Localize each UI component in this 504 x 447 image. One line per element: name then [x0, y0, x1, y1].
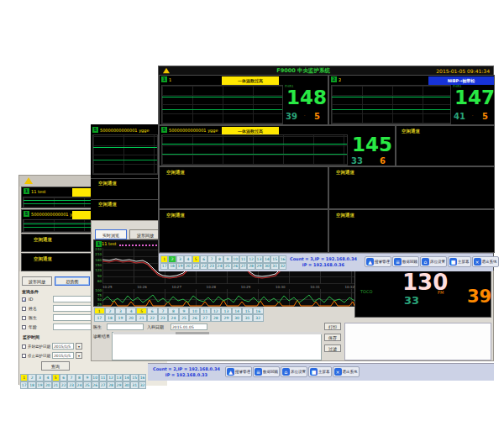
bed-cell-4[interactable]: 4 [44, 374, 51, 381]
bed-cell-13[interactable]: 13 [255, 255, 263, 263]
start-date-input[interactable]: 2015/1/5 [52, 343, 74, 350]
bed-cell-15[interactable]: 15 [270, 255, 278, 263]
age-checkbox[interactable] [22, 325, 26, 329]
bed-cell-7[interactable]: 7 [67, 374, 75, 381]
bed-cell-2[interactable]: 2 [105, 308, 116, 314]
monitor-cell-bed5[interactable]: 5 50000000000001 ygge 一体温数过高 145 33 6 [159, 125, 396, 166]
tab-0[interactable]: 实时浏览 [95, 229, 127, 239]
name-checkbox[interactable] [22, 307, 26, 311]
statusbar-button-0[interactable]: ▲报警管理 [225, 366, 252, 377]
bed-cell-14[interactable]: 14 [123, 374, 130, 381]
bed-cell-29[interactable]: 29 [221, 314, 232, 321]
bed-cell-31[interactable]: 31 [130, 381, 138, 389]
bed-cell-32[interactable]: 32 [253, 314, 264, 321]
bed-cell-6[interactable]: 6 [200, 255, 207, 263]
statusbar-button-4[interactable]: ×退出系统 [472, 256, 499, 267]
bed-cell-27[interactable]: 27 [239, 263, 247, 271]
bed-cell-22[interactable]: 22 [147, 314, 158, 321]
bed-cell-6[interactable]: 6 [147, 308, 158, 314]
bed-cell-21[interactable]: 21 [192, 263, 200, 271]
bed-cell-24[interactable]: 24 [76, 381, 83, 389]
bed-cell-25[interactable]: 25 [223, 263, 231, 271]
bed-cell-32[interactable]: 32 [279, 263, 286, 271]
bed-cell-18[interactable]: 18 [105, 314, 116, 321]
bed-cell-23[interactable]: 23 [207, 263, 215, 271]
bed-cell-17[interactable]: 17 [20, 381, 28, 389]
tab-waveform-playback[interactable]: 波形回放 [22, 276, 52, 286]
save-button[interactable]: 保存 [324, 334, 341, 341]
tab-trend-graph[interactable]: 趋势图 [55, 276, 90, 286]
bed-cell-21[interactable]: 21 [136, 314, 147, 321]
bed-cell-19[interactable]: 19 [36, 381, 44, 389]
toco-trend-plot[interactable] [102, 289, 354, 307]
bed-cell-3[interactable]: 3 [115, 308, 126, 314]
bed-cell-25[interactable]: 25 [179, 314, 190, 321]
bed-cell-29[interactable]: 29 [255, 263, 263, 271]
bed-cell-7[interactable]: 7 [207, 255, 215, 263]
id-input[interactable] [53, 296, 92, 302]
start-date-checkbox[interactable] [22, 344, 26, 349]
statusbar-button-3[interactable]: ■主屏幕 [448, 256, 471, 267]
bed-cell-20[interactable]: 20 [44, 381, 51, 389]
filter-button[interactable]: 过滤 [324, 344, 341, 352]
bed-cell-5[interactable]: 5 [136, 308, 147, 314]
bed-cell-19[interactable]: 19 [115, 314, 126, 321]
bed-cell-22[interactable]: 22 [200, 263, 207, 271]
doctor-input[interactable] [107, 323, 144, 330]
bed-cell-10[interactable]: 10 [232, 255, 239, 263]
bed-cell-18[interactable]: 18 [168, 263, 176, 271]
age-input[interactable] [53, 323, 92, 330]
bed-cell-20[interactable]: 20 [126, 314, 137, 321]
bed-cell-7[interactable]: 7 [158, 308, 169, 314]
bed-cell-8[interactable]: 8 [216, 255, 223, 263]
bed-cell-31[interactable]: 31 [242, 314, 253, 321]
bed-cell-32[interactable]: 32 [139, 381, 146, 389]
bed-cell-14[interactable]: 14 [232, 308, 243, 314]
bed-cell-24[interactable]: 24 [216, 263, 223, 271]
statusbar-button-2[interactable]: ⌂床位设置 [420, 256, 447, 267]
bed-cell-11[interactable]: 11 [239, 255, 247, 263]
doctor-checkbox[interactable] [22, 316, 26, 320]
admit-date-input[interactable]: 2015.01.05 [171, 323, 207, 330]
start-date-dropdown-icon[interactable]: ▾ [76, 343, 82, 350]
id-checkbox[interactable]: ✓ [22, 297, 26, 302]
bed-cell-26[interactable]: 26 [232, 263, 239, 271]
bed-cell-8[interactable]: 8 [168, 308, 179, 314]
bed-cell-1[interactable]: 1 [160, 255, 168, 263]
bed-cell-9[interactable]: 9 [83, 374, 91, 381]
statusbar-button-4[interactable]: ×退出系统 [333, 366, 360, 377]
bed-cell-2[interactable]: 2 [168, 255, 176, 263]
stop-date-input[interactable]: 2015/1/5 [52, 352, 74, 359]
name-input[interactable] [53, 305, 92, 312]
bed-cell-19[interactable]: 19 [176, 263, 184, 271]
print-button[interactable]: 打印 [324, 323, 341, 330]
bed-cell-16[interactable]: 16 [139, 374, 146, 381]
bed-cell-5[interactable]: 5 [52, 374, 60, 381]
bed-cell-30[interactable]: 30 [232, 314, 243, 321]
bed-cell-13[interactable]: 13 [115, 374, 123, 381]
bed-cell-16[interactable]: 16 [279, 255, 286, 263]
bed-cell-28[interactable]: 28 [107, 381, 114, 389]
bed-cell-4[interactable]: 4 [126, 308, 137, 314]
bed-cell-10[interactable]: 10 [189, 308, 200, 314]
bed-cell-31[interactable]: 31 [270, 263, 278, 271]
bed-cell-29[interactable]: 29 [115, 381, 123, 389]
bed-cell-28[interactable]: 28 [211, 314, 222, 321]
bed-cell-5[interactable]: 5 [192, 255, 200, 263]
bed-cell-8[interactable]: 8 [76, 374, 83, 381]
stop-date-checkbox[interactable] [22, 354, 26, 358]
bed-cell-28[interactable]: 28 [247, 263, 255, 271]
bed-cell-23[interactable]: 23 [67, 381, 75, 389]
bed-cell-3[interactable]: 3 [36, 374, 44, 381]
bed-cell-10[interactable]: 10 [92, 374, 99, 381]
query-button[interactable]: 查询 [41, 361, 70, 371]
tab-1[interactable]: 波形回放 [129, 229, 161, 239]
bed-cell-18[interactable]: 18 [28, 381, 35, 389]
statusbar-button-0[interactable]: ▲报警管理 [365, 256, 391, 267]
bed-cell-27[interactable]: 27 [99, 381, 107, 389]
bed-cell-1[interactable]: 1 [20, 374, 28, 381]
bed-cell-27[interactable]: 27 [200, 314, 211, 321]
bed-cell-9[interactable]: 9 [223, 255, 231, 263]
bed-cell-25[interactable]: 25 [83, 381, 91, 389]
bed-cell-30[interactable]: 30 [263, 263, 270, 271]
